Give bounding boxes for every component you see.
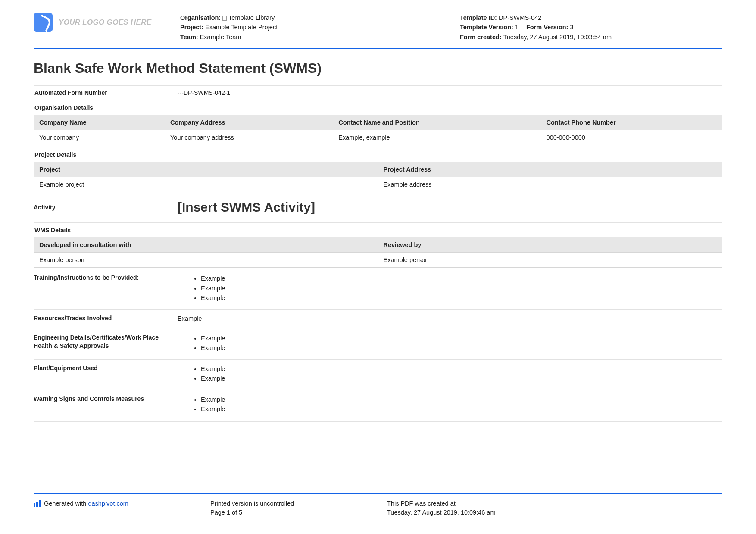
resources-row: Resources/Trades Involved Example: [34, 309, 722, 329]
footer-divider: [34, 493, 722, 494]
engineering-list: Example Example: [178, 334, 722, 353]
afn-label: Automated Form Number: [34, 89, 178, 96]
list-item: Example: [201, 364, 722, 374]
warning-label: Warning Signs and Controls Measures: [34, 395, 178, 414]
col-developed: Developed in consultation with: [34, 237, 378, 253]
resources-label: Resources/Trades Involved: [34, 314, 178, 322]
cell-company-address: Your company address: [165, 130, 333, 145]
page-number: Page 1 of 5: [210, 508, 387, 518]
team-label: Team:: [180, 34, 198, 41]
project-label: Project:: [180, 24, 203, 31]
col-contact-name: Contact Name and Position: [333, 115, 541, 130]
training-label: Training/Instructions to be Provided:: [34, 274, 178, 303]
list-item: Example: [201, 284, 722, 293]
form-created-label: Form created:: [460, 34, 502, 41]
printed-version-text: Printed version is uncontrolled: [210, 499, 387, 509]
list-item: Example: [201, 334, 722, 343]
template-version-label: Template Version:: [460, 24, 513, 31]
template-id-value: DP-SWMS-042: [499, 14, 541, 21]
cell-company-name: Your company: [34, 130, 165, 145]
list-item: Example: [201, 374, 722, 383]
warning-list: Example Example: [178, 395, 722, 414]
footer-center: Printed version is uncontrolled Page 1 o…: [210, 499, 387, 518]
col-reviewed: Reviewed by: [378, 237, 722, 253]
form-version-value: 3: [570, 24, 573, 31]
wms-details-heading: WMS Details: [34, 222, 722, 237]
org-details-table: Company Name Company Address Contact Nam…: [34, 115, 722, 145]
document-header: YOUR LOGO GOES HERE Organisation: Templa…: [34, 13, 722, 47]
dashpivot-link[interactable]: dashpivot.com: [88, 500, 128, 507]
engineering-row: Engineering Details/Certificates/Work Pl…: [34, 329, 722, 360]
list-item: Example: [201, 395, 722, 404]
warning-row: Warning Signs and Controls Measures Exam…: [34, 390, 722, 422]
col-company-name: Company Name: [34, 115, 165, 130]
cell-project-address: Example address: [378, 177, 722, 192]
pdf-created-timestamp: Tuesday, 27 August 2019, 10:09:46 am: [387, 508, 722, 518]
table-header-row: Company Name Company Address Contact Nam…: [34, 115, 722, 130]
header-meta-left: Organisation: Template Library Project: …: [180, 13, 443, 42]
project-details-table: Project Project Address Example project …: [34, 162, 722, 192]
activity-row: Activity [Insert SWMS Activity]: [34, 194, 722, 223]
cell-contact-phone: 000-000-0000: [541, 130, 722, 145]
document-footer: Generated with dashpivot.com Printed ver…: [34, 493, 722, 518]
plant-list: Example Example: [178, 364, 722, 384]
col-company-address: Company Address: [165, 115, 333, 130]
table-row: Example person Example person: [34, 253, 722, 268]
template-id-label: Template ID:: [460, 14, 497, 21]
generated-prefix: Generated with: [44, 500, 88, 507]
table-header-row: Developed in consultation with Reviewed …: [34, 237, 722, 253]
logo-block: YOUR LOGO GOES HERE: [34, 13, 163, 32]
bars-icon: [34, 500, 41, 507]
plant-row: Plant/Equipment Used Example Example: [34, 359, 722, 390]
afn-value: ---DP-SWMS-042-1: [178, 89, 722, 96]
cell-project: Example project: [34, 177, 378, 192]
template-version-value: 1: [515, 24, 519, 31]
header-divider: [34, 48, 722, 49]
wms-details-table: Developed in consultation with Reviewed …: [34, 237, 722, 268]
activity-label: Activity: [34, 204, 178, 211]
col-project: Project: [34, 162, 378, 177]
list-item: Example: [201, 274, 722, 283]
team-value: Example Team: [200, 34, 241, 41]
plant-label: Plant/Equipment Used: [34, 364, 178, 384]
automated-form-number-row: Automated Form Number ---DP-SWMS-042-1: [34, 85, 722, 100]
list-item: Example: [201, 404, 722, 414]
list-item: Example: [201, 343, 722, 353]
cell-reviewed: Example person: [378, 253, 722, 268]
page-title: Blank Safe Work Method Statement (SWMS): [34, 60, 722, 76]
logo-placeholder-text: YOUR LOGO GOES HERE: [59, 18, 151, 27]
logo-icon: [34, 13, 53, 32]
training-row: Training/Instructions to be Provided: Ex…: [34, 269, 722, 309]
engineering-label: Engineering Details/Certificates/Work Pl…: [34, 334, 178, 353]
project-details-heading: Project Details: [34, 147, 722, 162]
project-value: Example Template Project: [205, 24, 278, 31]
form-version-label: Form Version:: [526, 24, 569, 31]
footer-generated: Generated with dashpivot.com: [34, 499, 210, 518]
resources-value: Example: [178, 314, 722, 322]
table-row: Example project Example address: [34, 177, 722, 192]
organisation-value: Template Library: [228, 14, 275, 21]
table-row: Your company Your company address Exampl…: [34, 130, 722, 145]
table-header-row: Project Project Address: [34, 162, 722, 177]
col-project-address: Project Address: [378, 162, 722, 177]
header-meta-right: Template ID: DP-SWMS-042 Template Versio…: [460, 13, 722, 42]
org-details-heading: Organisation Details: [34, 100, 722, 115]
col-contact-phone: Contact Phone Number: [541, 115, 722, 130]
form-created-value: Tuesday, 27 August 2019, 10:03:54 am: [503, 34, 612, 41]
activity-value: [Insert SWMS Activity]: [178, 200, 315, 215]
footer-created: This PDF was created at Tuesday, 27 Augu…: [387, 499, 722, 518]
cell-contact-name: Example, example: [333, 130, 541, 145]
cell-developed: Example person: [34, 253, 378, 268]
organisation-label: Organisation:: [180, 14, 221, 21]
org-box-icon: [222, 16, 227, 21]
list-item: Example: [201, 293, 722, 303]
training-list: Example Example Example: [178, 274, 722, 303]
pdf-created-label: This PDF was created at: [387, 499, 722, 509]
